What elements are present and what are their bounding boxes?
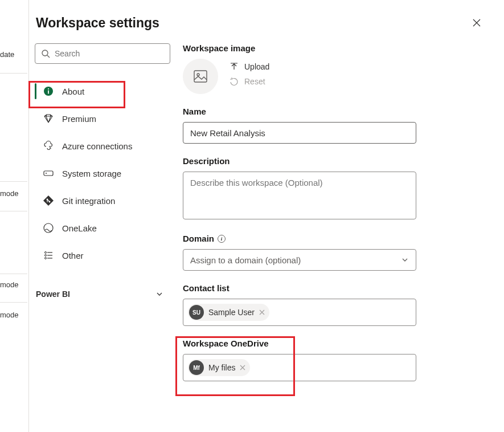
name-input[interactable] (183, 122, 416, 144)
nav-item-other[interactable]: Other (35, 242, 170, 269)
svg-point-16 (197, 74, 199, 76)
upload-button[interactable]: Upload (230, 62, 269, 71)
svg-point-5 (46, 173, 47, 174)
search-input[interactable] (55, 49, 164, 58)
name-label: Name (183, 107, 481, 116)
svg-rect-4 (44, 171, 53, 176)
search-icon (41, 49, 50, 58)
info-icon[interactable]: i (218, 235, 226, 243)
nav-item-label: System storage (62, 169, 121, 178)
settings-form: Workspace image Upload Reset (177, 39, 504, 432)
panel-header: Workspace settings (29, 0, 504, 39)
contact-chip: SU Sample User (188, 304, 269, 321)
svg-point-8 (44, 223, 53, 233)
nav-item-label: OneLake (62, 223, 97, 233)
onedrive-chip: Mf My files (188, 359, 250, 376)
section-power-bi[interactable]: Power BI (35, 285, 170, 303)
upload-icon (230, 62, 239, 71)
chip-label: My files (208, 363, 235, 372)
onedrive-label: Workspace OneDrive (183, 339, 481, 348)
nav-item-onelake[interactable]: OneLake (35, 214, 170, 242)
field-name: Name (183, 107, 481, 144)
chip-remove-button[interactable] (240, 365, 245, 370)
settings-panel: Workspace settings About Premium (28, 0, 504, 432)
avatar: SU (189, 305, 204, 320)
close-icon (259, 309, 265, 315)
field-contact-list: Contact list SU Sample User (183, 283, 481, 326)
chip-remove-button[interactable] (259, 309, 265, 315)
nav-item-about[interactable]: About (35, 78, 170, 105)
settings-sidebar: About Premium Azure connections System s… (29, 39, 177, 432)
nav-item-label: Premium (62, 114, 96, 124)
svg-point-3 (48, 88, 49, 89)
avatar: Mf (189, 360, 204, 375)
workspace-image-placeholder (183, 59, 218, 94)
workspace-image-label: Workspace image (183, 43, 481, 53)
svg-rect-15 (194, 71, 207, 82)
domain-label: Domain i (183, 234, 481, 243)
background-partial: date mode l mode mode (0, 0, 28, 432)
description-label: Description (183, 156, 481, 166)
svg-point-0 (42, 50, 48, 56)
nav-item-premium[interactable]: Premium (35, 105, 170, 132)
section-label: Power BI (36, 290, 70, 299)
search-box[interactable] (35, 43, 170, 64)
field-domain: Domain i Assign to a domain (optional) (183, 234, 481, 271)
field-workspace-onedrive: Workspace OneDrive Mf My files (183, 339, 481, 381)
close-icon (472, 18, 481, 27)
close-button[interactable] (468, 14, 486, 32)
onelake-icon (43, 222, 54, 234)
chevron-down-icon (155, 290, 163, 298)
options-icon (43, 250, 54, 261)
svg-point-9 (45, 252, 47, 254)
git-icon (43, 195, 54, 206)
info-icon (43, 85, 54, 97)
nav-item-azure[interactable]: Azure connections (35, 132, 170, 160)
storage-icon (43, 168, 54, 179)
contact-label: Contact list (183, 283, 481, 293)
chevron-down-icon (401, 256, 409, 264)
field-description: Description (183, 156, 481, 221)
nav-item-storage[interactable]: System storage (35, 160, 170, 187)
nav-item-label: Other (62, 251, 84, 260)
panel-title: Workspace settings (36, 15, 159, 31)
nav-item-label: Azure connections (62, 141, 132, 151)
nav-item-label: About (62, 87, 84, 96)
diamond-icon (43, 113, 54, 124)
field-workspace-image: Workspace image Upload Reset (183, 43, 481, 94)
reset-button: Reset (230, 77, 269, 86)
chip-label: Sample User (208, 308, 255, 317)
domain-select[interactable]: Assign to a domain (optional) (183, 249, 416, 271)
description-input[interactable] (183, 172, 416, 219)
svg-point-13 (45, 258, 47, 259)
svg-point-11 (45, 255, 47, 256)
svg-rect-2 (48, 91, 49, 94)
contact-input[interactable]: SU Sample User (183, 299, 416, 326)
image-icon (192, 68, 208, 84)
onedrive-input[interactable]: Mf My files (183, 354, 416, 381)
reset-icon (230, 77, 239, 86)
cloud-sync-icon (43, 140, 54, 152)
nav-item-git[interactable]: Git integration (35, 187, 170, 214)
close-icon (240, 365, 245, 370)
nav-item-label: Git integration (62, 196, 115, 206)
